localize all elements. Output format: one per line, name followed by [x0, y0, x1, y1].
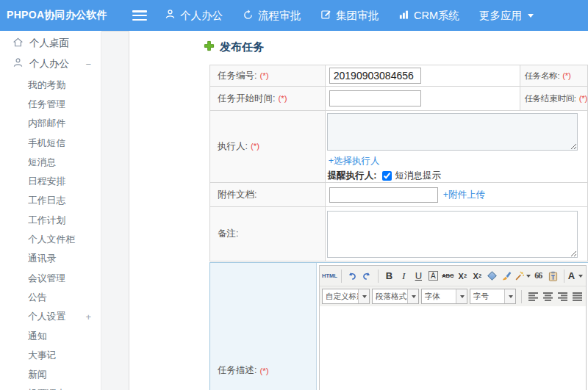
italic-button[interactable]: I: [397, 268, 411, 284]
custom-title-dropdown[interactable]: 自定义标题: [322, 289, 370, 304]
align-center-icon[interactable]: [542, 289, 554, 304]
task-number-label: 任务编号:(*): [210, 65, 326, 87]
app-window: PHPOA协同办公软件 个人办公 流程审批 集团审批: [0, 0, 588, 390]
superscript-button[interactable]: X2: [456, 268, 470, 284]
editor-toolbar-row2: 自定义标题 段落格式 字体 字号: [320, 286, 586, 306]
attachment-input[interactable]: [329, 187, 438, 203]
bold-button[interactable]: B: [382, 268, 396, 284]
html-source-button[interactable]: HTML: [322, 268, 337, 284]
task-name-label: 任务名称:(*): [520, 65, 587, 87]
description-editor-body[interactable]: [320, 306, 586, 390]
top-header: PHPOA协同办公软件 个人办公 流程审批 集团审批: [0, 0, 588, 31]
sidebar-item-work-plan[interactable]: 工作计划: [0, 211, 101, 230]
nav-flow-approval[interactable]: 流程审批: [243, 9, 301, 23]
sidebar-item-file-cabinet[interactable]: 个人文件柜: [0, 230, 101, 249]
sidebar-item-contacts[interactable]: 通讯录: [0, 250, 101, 269]
sidebar-item-work-log[interactable]: 工作日志: [0, 192, 101, 211]
start-time-input[interactable]: [329, 90, 421, 106]
align-right-icon[interactable]: [556, 289, 569, 304]
nav-personal-office[interactable]: 个人办公: [165, 9, 223, 23]
sidebar-item-mobile-sms[interactable]: 手机短信: [0, 134, 101, 153]
sidebar-submenu: 我的考勤 任务管理 内部邮件 手机短信 短消息 日程安排 工作日志 工作计划 个…: [0, 76, 101, 390]
remark-label: 备注:: [210, 207, 326, 261]
sidebar-item-notice[interactable]: 通知: [0, 327, 101, 346]
sidebar-item-personal-settings[interactable]: 个人设置 +: [0, 308, 101, 327]
paragraph-format-dropdown[interactable]: 段落格式: [372, 289, 419, 304]
sidebar-item-short-message[interactable]: 短消息: [0, 153, 101, 172]
font-style-button[interactable]: A: [426, 268, 440, 284]
bar-chart-icon: [398, 9, 409, 22]
sidebar-item-vote[interactable]: 投票调查: [0, 385, 101, 390]
rich-text-editor: HTML B I U A ABC X2: [317, 263, 588, 390]
sidebar-item-personal-office[interactable]: 个人办公 −: [0, 54, 101, 74]
strikethrough-button[interactable]: ABC: [441, 268, 455, 284]
undo-icon[interactable]: [345, 268, 359, 284]
sidebar-item-announcement[interactable]: 公告: [0, 288, 101, 307]
sms-remind-label: 短消息提示: [395, 170, 441, 182]
brush-icon[interactable]: [500, 268, 514, 284]
choose-executor-link[interactable]: +选择执行人: [329, 156, 380, 166]
font-color-button[interactable]: A: [568, 268, 583, 284]
sms-remind-checkbox[interactable]: [382, 171, 392, 181]
top-nav: 个人办公 流程审批 集团审批 CRM系统 更多应用: [165, 9, 534, 23]
sidebar-item-news[interactable]: 新闻: [0, 365, 101, 384]
sidebar-gutter: [101, 32, 129, 390]
paste-text-icon[interactable]: [546, 268, 560, 284]
sidebar-item-events[interactable]: 大事记: [0, 346, 101, 365]
redo-icon[interactable]: [360, 268, 374, 284]
caret-down-icon: [528, 14, 534, 18]
align-left-icon[interactable]: [527, 289, 539, 304]
flow-approval-icon: [243, 9, 254, 22]
person-icon: [165, 9, 176, 22]
end-time-label: 任务结束时间:(*): [520, 87, 587, 111]
blockquote-button[interactable]: 66: [531, 268, 545, 284]
sidebar-item-internal-mail[interactable]: 内部邮件: [0, 115, 101, 134]
eraser-icon[interactable]: [485, 268, 499, 284]
sidebar: 个人桌面 个人办公 − 我的考勤 任务管理 内部邮件 手机短信 短消息 日程安排…: [0, 32, 101, 390]
main-content: 发布任务 任务编号:(*) 任务名称:(*) 任务开始时间:(*) 任务结束时间…: [129, 31, 588, 390]
nav-group-approval[interactable]: 集团审批: [320, 9, 379, 23]
collapse-icon[interactable]: −: [85, 59, 91, 70]
nav-more-apps[interactable]: 更多应用: [479, 9, 534, 23]
executor-label: 执行人:(*): [210, 111, 326, 183]
sidebar-item-personal-desktop[interactable]: 个人桌面: [0, 33, 101, 54]
menu-toggle-icon[interactable]: [132, 10, 147, 21]
start-time-label: 任务开始时间:(*): [210, 87, 326, 111]
page-title: 发布任务: [204, 40, 264, 54]
remind-executor-label: 提醒执行人:: [328, 170, 377, 182]
underline-button[interactable]: U: [412, 268, 426, 284]
attachment-upload-link[interactable]: +附件上传: [443, 189, 485, 201]
remark-textarea[interactable]: [327, 211, 578, 258]
editor-toolbar-row1: HTML B I U A ABC X2: [320, 266, 586, 286]
attachment-label: 附件文档:: [210, 183, 326, 207]
sidebar-item-meeting[interactable]: 会议管理: [0, 269, 101, 288]
font-family-dropdown[interactable]: 字体: [421, 289, 467, 304]
home-icon: [12, 37, 24, 50]
align-justify-icon[interactable]: [571, 289, 584, 304]
subscript-button[interactable]: X2: [470, 268, 484, 284]
edit-square-icon: [320, 9, 331, 22]
app-logo-title: PHPOA协同办公软件: [7, 9, 132, 22]
sidebar-item-schedule[interactable]: 日程安排: [0, 172, 101, 191]
magic-wand-icon[interactable]: [514, 268, 531, 284]
task-number-input[interactable]: [329, 68, 421, 84]
sidebar-item-attendance[interactable]: 我的考勤: [0, 76, 101, 95]
task-form: 任务编号:(*) 任务名称:(*) 任务开始时间:(*) 任务结束时间:(*) …: [209, 65, 588, 261]
person-icon: [12, 57, 24, 71]
description-label: 任务描述:(*): [210, 263, 317, 390]
font-size-dropdown[interactable]: 字号: [470, 289, 516, 304]
expand-icon[interactable]: +: [85, 311, 91, 322]
task-description-section: 任务描述:(*) HTML B I: [209, 262, 588, 390]
executor-textarea[interactable]: [327, 113, 578, 151]
sidebar-item-task-manage[interactable]: 任务管理: [0, 95, 101, 114]
nav-crm[interactable]: CRM系统: [398, 9, 459, 23]
plus-icon: [204, 40, 215, 54]
